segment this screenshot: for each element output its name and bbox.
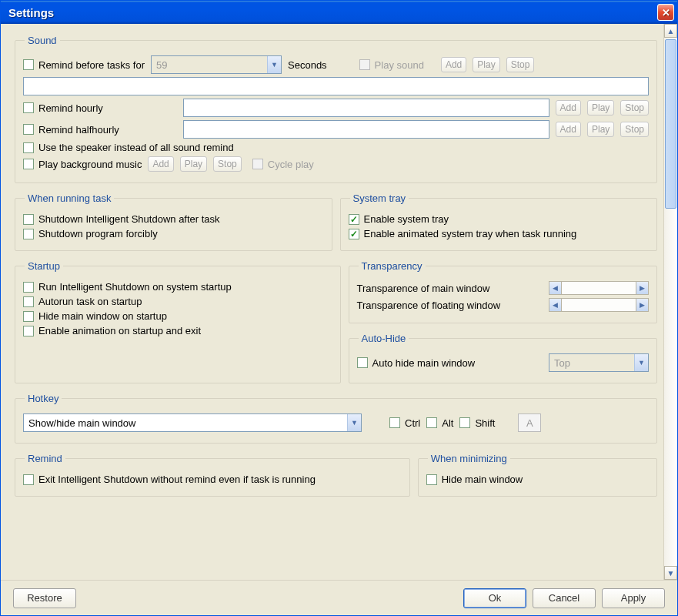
play-button-3[interactable]: Play — [587, 122, 614, 137]
window-title: Settings — [8, 6, 54, 19]
slider-trans-float[interactable]: ◀▶ — [549, 298, 649, 312]
group-sound: Sound Remind before tasks for 59 ▼ Secon… — [15, 35, 657, 183]
add-button[interactable]: Add — [441, 57, 466, 72]
ck-shutdown-forcibly[interactable]: Shutdown program forcibly — [23, 228, 158, 239]
ck-remind-before[interactable]: Remind before tasks for — [23, 59, 145, 71]
ck-alt[interactable]: Alt — [426, 417, 453, 429]
legend-autohide: Auto-Hide — [359, 333, 409, 344]
stop-button-4[interactable]: Stop — [213, 156, 242, 172]
footer: Restore Ok Cancel Apply — [1, 580, 677, 615]
hourly-path-input[interactable] — [183, 99, 549, 117]
apply-button[interactable]: Apply — [602, 588, 665, 608]
group-autohide: Auto-Hide Auto hide main window Top ▼ — [349, 333, 658, 383]
ck-remind-halfhourly-input[interactable] — [23, 124, 34, 135]
legend-running: When running task — [25, 192, 114, 204]
ck-cycle-play-input — [252, 159, 263, 169]
ck-speaker-input[interactable] — [23, 142, 34, 153]
ck-shutdown-after[interactable]: Shutdown Intelligent Shutdown after task — [23, 213, 220, 225]
play-button-2[interactable]: Play — [587, 100, 614, 116]
legend-minimizing: When minimizing — [428, 453, 510, 464]
play-button[interactable]: Play — [473, 57, 499, 72]
hotkey-action-combo[interactable]: Show/hide main window ▼ — [23, 413, 362, 432]
slider-trans-main[interactable]: ◀▶ — [549, 281, 649, 295]
close-button[interactable]: ✕ — [657, 4, 674, 21]
scroll-area: Sound Remind before tasks for 59 ▼ Secon… — [1, 24, 663, 580]
play-button-4[interactable]: Play — [180, 156, 207, 172]
stop-button-3[interactable]: Stop — [620, 122, 649, 137]
add-button-3[interactable]: Add — [556, 122, 581, 137]
legend-systray: System tray — [350, 192, 409, 204]
ck-play-sound-input — [359, 59, 370, 70]
stop-button[interactable]: Stop — [506, 57, 535, 72]
ck-bg-music-input[interactable] — [23, 159, 34, 169]
ck-speaker[interactable]: Use the speaker instead of all sound rem… — [23, 142, 234, 153]
group-remind: Remind Exit Intelligent Shutdown without… — [15, 453, 410, 497]
chevron-down-icon[interactable]: ▼ — [634, 354, 648, 371]
legend-startup: Startup — [25, 260, 63, 272]
arrow-right-icon[interactable]: ▶ — [636, 282, 648, 294]
ck-autorun[interactable]: Autorun task on startup — [23, 296, 142, 307]
ck-hide-on-min[interactable]: Hide main window — [426, 474, 523, 485]
ck-shift[interactable]: Shift — [459, 417, 495, 429]
seconds-combo[interactable]: 59 ▼ — [151, 55, 282, 74]
ck-remind-hourly[interactable]: Remind hourly — [23, 102, 177, 114]
scroll-up-icon[interactable]: ▲ — [664, 24, 677, 38]
ck-enable-tray[interactable]: Enable system tray — [349, 213, 449, 225]
ck-cycle-play: Cycle play — [252, 159, 314, 170]
ck-ctrl[interactable]: Ctrl — [389, 417, 420, 429]
client-area: Sound Remind before tasks for 59 ▼ Secon… — [1, 24, 677, 580]
chevron-down-icon[interactable]: ▼ — [267, 56, 281, 73]
ok-button[interactable]: Ok — [463, 588, 526, 608]
scroll-thumb[interactable] — [665, 39, 676, 209]
group-transparency: Transparency Transparence of main window… — [349, 260, 658, 323]
stop-button-2[interactable]: Stop — [620, 100, 649, 116]
ck-animated-tray[interactable]: Enable animated system tray when task ru… — [349, 228, 577, 239]
legend-transparency: Transparency — [359, 260, 426, 272]
hotkey-key-display: A — [518, 413, 541, 432]
ck-hide-startup[interactable]: Hide main window on startup — [23, 310, 167, 322]
arrow-left-icon[interactable]: ◀ — [549, 282, 562, 294]
halfhourly-path-input[interactable] — [183, 120, 549, 139]
ck-remind-hourly-input[interactable] — [23, 102, 34, 113]
ck-remind-halfhourly[interactable]: Remind halfhourly — [23, 124, 177, 136]
ck-play-sound: Play sound — [359, 59, 424, 71]
lbl-trans-float: Transparence of floating window — [357, 300, 501, 311]
seconds-label: Seconds — [288, 59, 327, 71]
vertical-scrollbar[interactable]: ▲ ▼ — [663, 24, 677, 580]
cancel-button[interactable]: Cancel — [533, 588, 596, 608]
legend-sound: Sound — [25, 35, 60, 46]
group-hotkey: Hotkey Show/hide main window ▼ Ctrl Alt … — [15, 393, 657, 444]
add-button-2[interactable]: Add — [556, 100, 581, 116]
arrow-left-icon[interactable]: ◀ — [549, 299, 562, 311]
titlebar[interactable]: Settings ✕ — [1, 1, 677, 24]
autohide-pos-combo[interactable]: Top ▼ — [549, 353, 649, 372]
ck-run-startup[interactable]: Run Intelligent Shutdown on system start… — [23, 281, 232, 293]
ck-exit-noremind[interactable]: Exit Intelligent Shutdown without remind… — [23, 474, 316, 485]
ck-autohide[interactable]: Auto hide main window — [357, 357, 476, 369]
ck-bg-music[interactable]: Play background music — [23, 159, 142, 170]
ck-remind-before-input[interactable] — [23, 59, 34, 70]
legend-remind: Remind — [25, 453, 65, 464]
scroll-track[interactable] — [664, 38, 677, 566]
close-icon: ✕ — [662, 7, 670, 18]
add-button-4[interactable]: Add — [148, 156, 173, 172]
chevron-down-icon[interactable]: ▼ — [347, 414, 361, 431]
group-systray: System tray Enable system tray Enable an… — [340, 192, 658, 251]
settings-window: Settings ✕ Sound Remind before tasks for… — [0, 0, 678, 616]
group-startup: Startup Run Intelligent Shutdown on syst… — [15, 260, 341, 383]
group-running: When running task Shutdown Intelligent S… — [15, 192, 332, 251]
sound-path-input[interactable] — [23, 77, 649, 95]
lbl-trans-main: Transparence of main window — [357, 283, 490, 294]
restore-button[interactable]: Restore — [13, 588, 76, 608]
ck-anim-startup[interactable]: Enable animation on startup and exit — [23, 325, 201, 336]
legend-hotkey: Hotkey — [25, 393, 62, 404]
scroll-down-icon[interactable]: ▼ — [664, 566, 677, 580]
group-minimizing: When minimizing Hide main window — [418, 453, 657, 497]
arrow-right-icon[interactable]: ▶ — [636, 299, 648, 311]
